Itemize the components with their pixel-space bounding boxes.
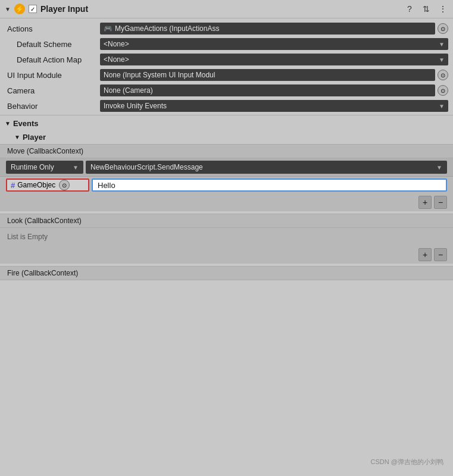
script-dropdown[interactable]: NewBehaviourScript.SendMessage ▼ xyxy=(86,161,447,174)
look-callback-label: Look (CallbackContext) xyxy=(7,217,82,225)
script-value: NewBehaviourScript.SendMessage xyxy=(90,163,203,171)
default-action-map-value: <None> xyxy=(104,55,129,64)
enabled-checkbox[interactable]: ✓ xyxy=(29,5,37,13)
behavior-row: Behavior Invoke Unity Events ▼ xyxy=(0,98,453,114)
look-add-btn[interactable]: + xyxy=(418,248,432,261)
default-action-map-label: Default Action Map xyxy=(5,55,100,64)
hash-icon: # xyxy=(11,181,15,190)
header-icons: ? ⇅ ⋮ xyxy=(404,4,448,14)
actions-asset-icon: 🎮 xyxy=(104,24,113,33)
divider-1 xyxy=(0,115,453,115)
component-body: Actions 🎮 MyGameActions (InputActionAss … xyxy=(0,18,453,283)
look-plus-minus-row: + − xyxy=(0,246,453,264)
camera-row: Camera None (Camera) ⊙ xyxy=(0,83,453,98)
default-scheme-label: Default Scheme xyxy=(5,40,100,49)
player-collapse-icon[interactable]: ▼ xyxy=(14,134,20,140)
behavior-arrow-icon: ▼ xyxy=(439,103,445,109)
fire-callback-label: Fire (CallbackContext) xyxy=(7,269,78,277)
ui-input-field[interactable]: None (Input System UI Input Modul xyxy=(100,69,435,81)
fire-event-container: Fire (CallbackContext) xyxy=(0,266,453,280)
hello-text: Hello xyxy=(98,181,115,190)
ui-input-picker-btn[interactable]: ⊙ xyxy=(438,70,448,80)
component-header: ▼ ⚡ ✓ Player Input ? ⇅ ⋮ xyxy=(0,0,453,18)
ui-input-value-text: None (Input System UI Input Modul xyxy=(104,71,215,79)
inspector-panel: ▼ ⚡ ✓ Player Input ? ⇅ ⋮ Actions 🎮 MyGam… xyxy=(0,0,453,476)
events-label: Events xyxy=(13,119,39,128)
camera-value-text: None (Camera) xyxy=(104,86,153,95)
actions-row: Actions 🎮 MyGameActions (InputActionAss … xyxy=(0,21,453,36)
bolt-icon: ⚡ xyxy=(14,4,25,14)
object-value: GameObjec xyxy=(17,181,55,189)
camera-picker-btn[interactable]: ⊙ xyxy=(438,85,448,96)
camera-label: Camera xyxy=(5,86,100,95)
look-callback-header: Look (CallbackContext) xyxy=(0,214,453,228)
behavior-dropdown[interactable]: Invoke Unity Events ▼ xyxy=(100,100,448,112)
actions-picker-btn[interactable]: ⊙ xyxy=(438,23,448,34)
default-scheme-value: <None> xyxy=(104,40,129,48)
object-picker-btn[interactable]: ⊙ xyxy=(59,180,70,190)
watermark: CSDN @弹吉他的小刘鸭 xyxy=(371,458,443,466)
object-field[interactable]: # GameObjec ⊙ xyxy=(6,178,89,192)
default-action-map-value-container: <None> ▼ xyxy=(100,54,448,65)
hello-value-input[interactable]: Hello xyxy=(92,178,447,192)
presets-icon[interactable]: ⇅ xyxy=(421,4,432,14)
fire-callback-header: Fire (CallbackContext) xyxy=(0,266,453,280)
move-object-row: # GameObjec ⊙ Hello xyxy=(0,177,453,193)
ui-input-module-row: UI Input Module None (Input System UI In… xyxy=(0,67,453,83)
player-label: Player xyxy=(23,133,46,142)
actions-field[interactable]: 🎮 MyGameActions (InputActionAss xyxy=(100,23,435,35)
look-empty-text: List is Empty xyxy=(7,233,48,241)
component-title: Player Input xyxy=(40,4,401,14)
camera-field[interactable]: None (Camera) xyxy=(100,84,435,96)
runtime-value: Runtime Only xyxy=(11,163,54,171)
move-callback-header: Move (CallbackContext) xyxy=(0,144,453,158)
help-icon[interactable]: ? xyxy=(404,4,415,14)
collapse-triangle-icon[interactable]: ▼ xyxy=(5,6,11,12)
runtime-arrow-icon: ▼ xyxy=(73,164,79,171)
default-scheme-row: Default Scheme <None> ▼ xyxy=(0,36,453,52)
behavior-value-container: Invoke Unity Events ▼ xyxy=(100,100,448,112)
runtime-dropdown[interactable]: Runtime Only ▼ xyxy=(6,161,83,174)
default-scheme-arrow-icon: ▼ xyxy=(439,41,445,48)
default-action-map-arrow-icon: ▼ xyxy=(439,57,445,63)
ui-input-value-container: None (Input System UI Input Modul ⊙ xyxy=(100,69,448,81)
player-section-header: ▼ Player xyxy=(0,130,453,144)
move-add-btn[interactable]: + xyxy=(418,196,432,209)
move-event-container: Move (CallbackContext) Runtime Only ▼ Ne… xyxy=(0,144,453,211)
ui-input-label: UI Input Module xyxy=(5,71,100,80)
events-collapse-icon[interactable]: ▼ xyxy=(5,120,11,127)
actions-value-text: MyGameActions (InputActionAss xyxy=(115,24,219,33)
default-scheme-value-container: <None> ▼ xyxy=(100,38,448,50)
behavior-label: Behavior xyxy=(5,102,100,111)
script-arrow-icon: ▼ xyxy=(436,164,442,171)
default-action-map-dropdown[interactable]: <None> ▼ xyxy=(100,54,448,65)
look-remove-btn[interactable]: − xyxy=(434,248,447,261)
move-remove-btn[interactable]: − xyxy=(434,196,447,209)
context-menu-icon[interactable]: ⋮ xyxy=(438,4,448,14)
default-scheme-dropdown[interactable]: <None> ▼ xyxy=(100,38,448,50)
behavior-value: Invoke Unity Events xyxy=(104,102,167,110)
events-section-header: ▼ Events xyxy=(0,117,453,130)
camera-value-container: None (Camera) ⊙ xyxy=(100,84,448,96)
move-callback-label: Move (CallbackContext) xyxy=(7,147,83,155)
move-plus-minus-row: + − xyxy=(0,193,453,211)
look-list-empty: List is Empty xyxy=(0,228,453,246)
actions-label: Actions xyxy=(5,24,100,33)
default-action-map-row: Default Action Map <None> ▼ xyxy=(0,52,453,67)
move-runtime-row: Runtime Only ▼ NewBehaviourScript.SendMe… xyxy=(0,158,453,177)
look-event-container: Look (CallbackContext) List is Empty + − xyxy=(0,214,453,264)
actions-value-container: 🎮 MyGameActions (InputActionAss ⊙ xyxy=(100,23,448,35)
